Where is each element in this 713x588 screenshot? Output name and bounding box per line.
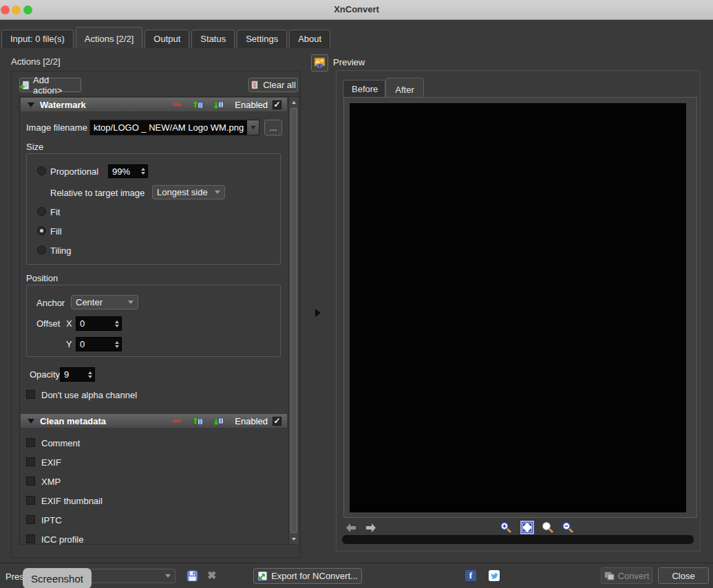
tab-about[interactable]: About [289,30,330,48]
zoom-original-icon[interactable] [542,521,554,534]
tiling-radio[interactable] [37,246,46,254]
fit-to-window-icon[interactable] [521,521,533,534]
convert-button[interactable]: Convert [601,567,652,584]
image-filename-combobox[interactable]: ktop/LOGO _ NEW/AM Logo WM.png [89,120,259,135]
proportional-label: Proportional [50,166,98,177]
fit-radio[interactable] [37,207,46,216]
remove-action-icon[interactable] [173,420,181,422]
collapse-arrow-icon[interactable] [28,419,34,424]
preview-hscrollbar[interactable] [342,535,694,544]
comment-label: Comment [41,438,80,448]
screenshot-overlay: Screenshot [23,568,92,588]
titlebar: XnConvert [0,0,713,20]
preview-toggle-button[interactable] [311,54,328,72]
clear-all-button[interactable]: Clear all [248,78,298,92]
tab-input[interactable]: Input: 0 file(s) [1,30,74,48]
twitter-icon[interactable] [489,570,500,581]
watermark-enabled-label: Enabled [235,100,268,110]
icc-profile-label: ICC profile [41,534,83,545]
move-up-icon[interactable] [192,416,203,426]
offset-y-spinner[interactable]: 0 [76,337,122,351]
splitter-collapse-icon[interactable] [315,309,321,317]
tab-before[interactable]: Before [343,80,385,98]
anchor-label: Anchor [36,298,65,308]
scroll-down-icon[interactable] [289,534,299,544]
preview-image [350,103,686,512]
position-group [26,285,281,357]
main-tabbar: Input: 0 file(s) Actions [2/2] Output St… [1,29,330,48]
offset-x-label: X [66,318,72,329]
tab-output[interactable]: Output [145,30,189,48]
iptc-label: IPTC [41,515,62,525]
offset-y-label: Y [66,339,72,349]
browse-button[interactable]: ... [264,120,282,135]
zoom-in-icon[interactable] [500,521,512,534]
actions-scrollbar[interactable] [288,96,299,545]
fill-label: Fill [50,226,62,237]
tab-actions[interactable]: Actions [2/2] [76,27,143,48]
fit-label: Fit [50,207,60,217]
exif-label: EXIF [41,457,61,468]
tab-after[interactable]: After [385,78,424,98]
scrollbar-thumb[interactable] [290,108,297,533]
opacity-label: Opacity [30,369,60,380]
add-action-icon [20,80,30,90]
fill-radio[interactable] [37,226,46,235]
anchor-dropdown[interactable]: Center [71,295,138,309]
move-down-icon[interactable] [213,416,224,426]
remove-action-icon[interactable] [173,103,181,106]
opacity-spinner[interactable]: 9 [60,367,95,382]
facebook-icon[interactable]: f [465,570,476,581]
alpha-label: Don't use alpha channel [41,390,137,400]
scroll-up-icon[interactable] [289,97,299,107]
spinner-arrows-icon[interactable] [112,317,121,330]
collapse-arrow-icon[interactable] [28,102,34,107]
xmp-label: XMP [41,477,61,487]
export-nconvert-button[interactable]: Export for NConvert... [253,568,362,584]
comment-checkbox[interactable] [26,438,35,447]
clear-all-icon [251,80,259,89]
exif-thumbnail-checkbox[interactable] [26,496,35,505]
clean-metadata-enabled-checkbox[interactable] [273,417,281,426]
close-button[interactable]: Close [658,567,709,584]
tab-settings[interactable]: Settings [237,30,287,48]
iptc-checkbox[interactable] [26,515,35,524]
chevron-down-icon [165,574,171,578]
delete-preset-icon[interactable]: ✖ [207,569,216,582]
add-action-button[interactable]: Add action> [19,78,81,92]
tiling-label: Tiling [50,246,72,256]
watermark-enabled-checkbox[interactable] [273,100,281,109]
chevron-down-icon [128,301,134,304]
proportional-spinner[interactable]: 99% [108,164,148,178]
chevron-down-icon [215,190,220,194]
exif-checkbox[interactable] [26,457,35,466]
move-down-icon[interactable] [213,100,224,110]
alpha-checkbox[interactable] [26,390,35,399]
filename-dropdown-icon[interactable] [247,120,259,135]
offset-x-spinner[interactable]: 0 [76,316,122,331]
spinner-arrows-icon[interactable] [85,368,94,381]
move-up-icon[interactable] [192,100,203,110]
prev-image-icon[interactable] [345,523,356,533]
next-image-icon[interactable] [365,523,376,533]
clean-metadata-header[interactable]: Clean metadata Enabled [20,413,288,428]
spinner-arrows-icon[interactable] [138,165,147,177]
spinner-arrows-icon[interactable] [112,338,121,351]
exif-thumbnail-label: EXIF thumbnail [41,496,103,506]
relative-label: Relative to target image [50,188,145,198]
icc-profile-checkbox[interactable] [26,534,35,543]
watermark-title: Watermark [40,100,86,110]
proportional-radio[interactable] [37,166,46,175]
offset-label: Offset [36,318,60,329]
tab-status[interactable]: Status [191,30,235,48]
actions-panel-title: Actions [2/2] [11,56,61,67]
preview-image-icon [314,57,326,69]
export-icon [257,571,268,581]
zoom-out-icon[interactable] [562,521,574,534]
relative-dropdown[interactable]: Longest side [152,185,225,199]
xmp-checkbox[interactable] [26,477,35,486]
watermark-header[interactable]: Watermark Enabled [20,97,288,112]
size-group-label: Size [26,142,43,152]
save-preset-icon[interactable] [187,570,198,582]
preview-panel-title: Preview [333,57,365,67]
